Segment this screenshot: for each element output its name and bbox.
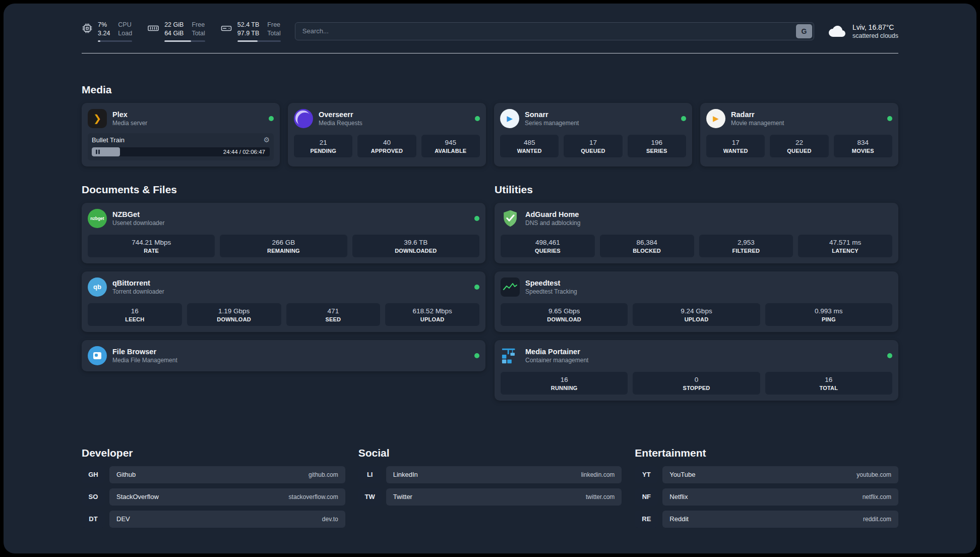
bookmark-link[interactable]: Twitter twitter.com xyxy=(386,488,622,506)
service-title: Sonarr xyxy=(525,110,579,119)
sonarr-card[interactable]: ▶ Sonarr Series management 485 WANTED xyxy=(494,103,692,166)
stat-value: 9.24 Gbps xyxy=(635,307,758,315)
bookmark-netflix: NF Netflix netflix.com xyxy=(635,488,898,506)
stat-label: DOWNLOAD xyxy=(503,316,626,322)
disk-free-value: 52.4 TB xyxy=(237,21,260,29)
bookmark-abbr[interactable]: GH xyxy=(82,466,105,483)
service-subtitle: Media Requests xyxy=(319,120,362,127)
system-monitors: 7% CPU 3.24 Load xyxy=(82,21,281,42)
stat-value: 498,461 xyxy=(503,239,593,246)
bookmark-url: linkedin.com xyxy=(581,471,615,478)
filebrowser-card[interactable]: File Browser Media File Management xyxy=(82,340,485,371)
bookmark-link[interactable]: Github github.com xyxy=(109,466,345,483)
bookmark-link[interactable]: Reddit reddit.com xyxy=(662,511,898,528)
plex-icon: ❯ xyxy=(88,109,107,128)
stat-value: 471 xyxy=(288,307,379,315)
stat-value: 834 xyxy=(836,139,890,146)
bookmark-link[interactable]: YouTube youtube.com xyxy=(662,466,898,483)
ram-free-label: Free xyxy=(192,21,205,29)
bookmark-abbr[interactable]: TW xyxy=(358,488,382,506)
bookmark-github: GH Github github.com xyxy=(82,466,345,483)
speedtest-card[interactable]: Speedtest Speedtest Tracking 9.65 Gbps D… xyxy=(495,271,898,332)
now-playing-title: Bullet Train xyxy=(92,136,125,144)
cpu-usage-value: 7% xyxy=(98,21,110,29)
stat-value: 22 xyxy=(772,139,826,146)
bookmark-link[interactable]: Netflix netflix.com xyxy=(662,488,898,506)
overseerr-icon xyxy=(294,109,313,128)
disk-free-label: Free xyxy=(267,21,280,29)
stat-label: UPLOAD xyxy=(635,316,758,322)
stat-label: RATE xyxy=(90,248,213,254)
stat-tile: 0 STOPPED xyxy=(633,372,760,395)
media-section: Media ❯ Plex Media server Bullet Tr xyxy=(82,84,898,166)
service-title: Overseerr xyxy=(319,110,362,119)
weather-widget[interactable]: Lviv, 16.87°C scattered clouds xyxy=(828,23,898,39)
search-input[interactable] xyxy=(295,22,814,40)
bookmarks-row: Developer GH Github github.com SO StackO… xyxy=(82,447,898,533)
playback-progress-bar[interactable]: 24:44 / 02:06:47 xyxy=(92,147,270,156)
bookmark-abbr[interactable]: NF xyxy=(635,488,658,506)
cloud-icon xyxy=(828,25,846,38)
stat-label: AVAILABLE xyxy=(423,148,478,154)
bookmark-url: reddit.com xyxy=(863,516,891,523)
stat-tile: 834 MOVIES xyxy=(834,135,892,157)
bookmark-abbr[interactable]: YT xyxy=(635,466,658,483)
stat-value: 2,953 xyxy=(701,239,791,246)
bookmark-abbr[interactable]: SO xyxy=(82,488,105,506)
top-bar: 7% CPU 3.24 Load xyxy=(82,21,898,42)
stat-tile: 16 TOTAL xyxy=(765,372,892,395)
radarr-card[interactable]: ▶ Radarr Movie management 17 WANTED xyxy=(700,103,898,166)
service-title: Media Portainer xyxy=(525,348,588,356)
bookmark-abbr[interactable]: LI xyxy=(358,466,382,483)
disk-monitor-widget: 52.4 TB Free 97.9 TB Total xyxy=(220,21,281,42)
overseerr-card[interactable]: Overseerr Media Requests 21 PENDING 40 A… xyxy=(288,103,486,166)
stat-label: UPLOAD xyxy=(387,316,477,322)
entertainment-section-title: Entertainment xyxy=(635,447,898,459)
qbittorrent-card[interactable]: qb qBittorrent Torrent downloader 16 LEE… xyxy=(82,271,485,332)
service-title: AdGuard Home xyxy=(525,210,580,218)
disk-total-value: 97.9 TB xyxy=(237,29,260,37)
nzbget-card[interactable]: nzbget NZBGet Usenet downloader 744.21 M… xyxy=(82,203,485,263)
bookmark-name: Netflix xyxy=(669,493,688,500)
stat-tile: 196 SERIES xyxy=(628,135,686,157)
plex-card[interactable]: ❯ Plex Media server Bullet Train ⚙ xyxy=(82,103,280,166)
bookmark-abbr[interactable]: DT xyxy=(82,511,105,528)
stat-label: MOVIES xyxy=(836,148,890,154)
pause-icon[interactable] xyxy=(96,149,100,154)
stat-value: 16 xyxy=(767,376,890,383)
stat-tile: 22 QUEUED xyxy=(770,135,828,157)
bookmark-abbr[interactable]: RE xyxy=(635,511,658,528)
portainer-card[interactable]: Media Portainer Container management 16 … xyxy=(495,340,898,401)
adguard-card[interactable]: AdGuard Home DNS and adblocking 498,461 … xyxy=(495,203,898,263)
status-dot xyxy=(474,353,479,358)
stat-tile: 39.6 TB DOWNLOADED xyxy=(352,235,479,257)
stat-value: 196 xyxy=(630,139,684,146)
nzbget-icon: nzbget xyxy=(88,209,107,228)
bookmark-name: Reddit xyxy=(669,515,689,523)
stat-value: 0 xyxy=(635,376,758,383)
stat-tile: 16 LEECH xyxy=(88,303,182,326)
status-dot xyxy=(887,353,892,358)
stat-tile: 17 QUEUED xyxy=(564,135,622,157)
stat-label: QUEUED xyxy=(566,148,620,154)
bookmark-url: twitter.com xyxy=(586,493,615,500)
status-dot xyxy=(474,216,479,221)
service-subtitle: Movie management xyxy=(731,120,784,127)
documents-section-title: Documents & Files xyxy=(82,184,485,196)
status-dot xyxy=(474,285,479,290)
search-engine-button[interactable]: G xyxy=(796,24,812,38)
bookmark-stackoverflow: SO StackOverflow stackoverflow.com xyxy=(82,488,345,506)
stat-label: REMAINING xyxy=(222,248,345,254)
ram-free-value: 22 GiB xyxy=(164,21,183,29)
service-subtitle: Series management xyxy=(525,120,579,127)
stat-tile: 744.21 Mbps RATE xyxy=(88,235,215,257)
bookmark-reddit: RE Reddit reddit.com xyxy=(635,511,898,528)
bookmark-link[interactable]: LinkedIn linkedin.com xyxy=(386,466,622,483)
stat-value: 0.993 ms xyxy=(767,307,890,315)
gear-icon[interactable]: ⚙ xyxy=(263,136,270,143)
cpu-usage-label: CPU xyxy=(118,21,132,29)
bookmark-link[interactable]: StackOverflow stackoverflow.com xyxy=(109,488,345,506)
bookmark-link[interactable]: DEV dev.to xyxy=(109,511,345,528)
stat-value: 618.52 Mbps xyxy=(387,307,477,315)
stat-value: 16 xyxy=(503,376,626,383)
